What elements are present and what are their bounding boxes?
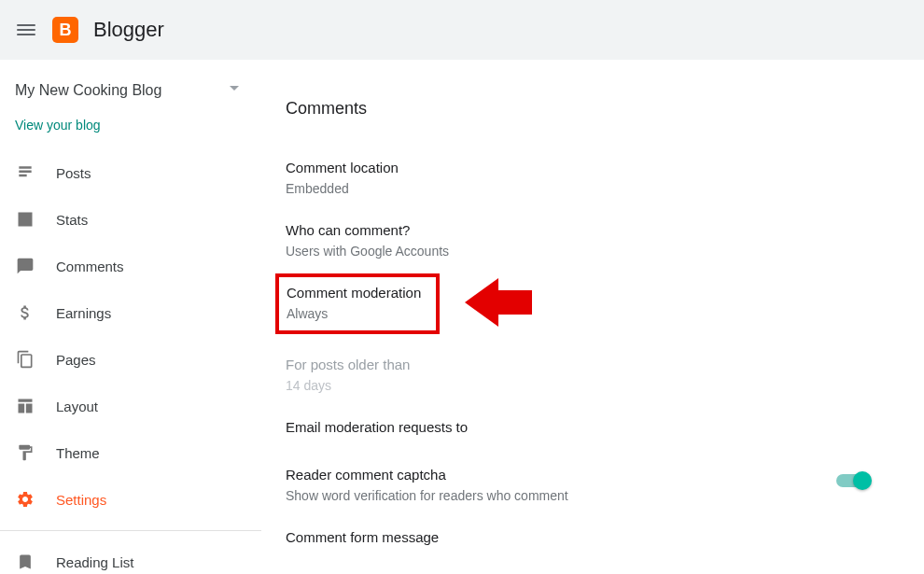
- setting-email-moderation[interactable]: Email moderation requests to: [286, 408, 887, 455]
- sidebar-divider: [0, 530, 261, 531]
- sidebar: My New Cooking Blog View your blog Posts…: [0, 60, 261, 574]
- setting-label: Who can comment?: [286, 222, 887, 238]
- earnings-icon: [15, 302, 35, 323]
- sidebar-item-label: Stats: [56, 212, 88, 228]
- setting-label: Comment form message: [286, 529, 887, 545]
- app-header: B Blogger: [0, 0, 924, 60]
- sidebar-item-theme[interactable]: Theme: [0, 429, 261, 476]
- setting-reader-captcha[interactable]: Reader comment captcha Show word verific…: [286, 455, 887, 518]
- posts-icon: [15, 162, 35, 183]
- setting-comment-form-message[interactable]: Comment form message: [286, 518, 887, 566]
- sidebar-item-label: Comments: [56, 259, 124, 274]
- captcha-toggle[interactable]: [836, 474, 870, 487]
- section-title: Comments: [286, 99, 887, 119]
- sidebar-item-label: Settings: [56, 492, 106, 508]
- sidebar-item-label: Posts: [56, 165, 91, 181]
- sidebar-item-comments[interactable]: Comments: [0, 243, 261, 289]
- setting-label: Email moderation requests to: [286, 419, 887, 435]
- setting-label: Reader comment captcha: [286, 467, 568, 483]
- chevron-down-icon: [230, 86, 239, 95]
- setting-comment-location[interactable]: Comment location Embedded: [286, 148, 887, 211]
- setting-value: Embedded: [286, 181, 887, 196]
- blogger-logo-icon: B: [52, 17, 78, 43]
- pages-icon: [15, 349, 35, 370]
- sidebar-item-label: Layout: [56, 399, 98, 414]
- bookmark-icon: [15, 552, 35, 572]
- setting-who-can-comment[interactable]: Who can comment? Users with Google Accou…: [286, 211, 887, 273]
- brand-name: Blogger: [93, 18, 164, 42]
- sidebar-item-layout[interactable]: Layout: [0, 383, 261, 429]
- sidebar-item-posts[interactable]: Posts: [0, 149, 261, 196]
- comments-icon: [15, 256, 35, 276]
- setting-label: Comment location: [286, 160, 887, 175]
- main-content: Comments Comment location Embedded Who c…: [261, 60, 924, 574]
- highlight-annotation: Comment moderation Always: [275, 273, 440, 334]
- sidebar-item-settings[interactable]: Settings: [0, 476, 261, 523]
- sidebar-item-label: Earnings: [56, 305, 111, 321]
- sidebar-item-pages[interactable]: Pages: [0, 336, 261, 383]
- gear-icon: [15, 489, 35, 510]
- setting-posts-older-than: For posts older than 14 days: [286, 345, 887, 408]
- menu-icon[interactable]: [15, 19, 37, 41]
- sidebar-item-label: Theme: [56, 445, 100, 461]
- sidebar-item-stats[interactable]: Stats: [0, 196, 261, 243]
- blog-name: My New Cooking Blog: [15, 82, 161, 99]
- setting-value: Always: [287, 306, 432, 321]
- theme-icon: [15, 442, 35, 463]
- setting-label: For posts older than: [286, 357, 887, 372]
- blog-selector[interactable]: My New Cooking Blog: [0, 75, 261, 106]
- layout-icon: [15, 396, 35, 416]
- view-blog-link[interactable]: View your blog: [0, 106, 261, 149]
- setting-label[interactable]: Comment moderation: [287, 285, 432, 301]
- sidebar-item-label: Reading List: [56, 554, 133, 570]
- sidebar-item-reading-list[interactable]: Reading List: [0, 539, 261, 574]
- setting-value: Show word verification for readers who c…: [286, 488, 568, 503]
- setting-value: 14 days: [286, 378, 887, 393]
- stats-icon: [15, 209, 35, 230]
- setting-value: Users with Google Accounts: [286, 244, 887, 259]
- sidebar-item-label: Pages: [56, 352, 96, 368]
- sidebar-item-earnings[interactable]: Earnings: [0, 289, 261, 336]
